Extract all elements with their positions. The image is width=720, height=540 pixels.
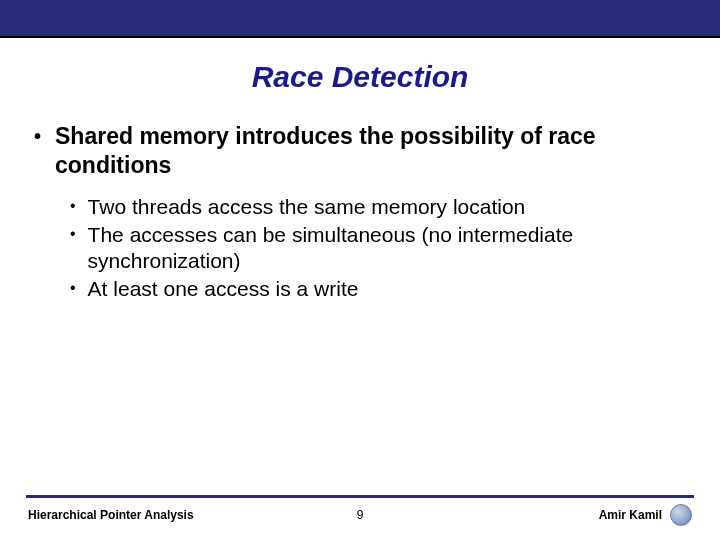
- sub-bullet-list: • Two threads access the same memory loc…: [34, 194, 686, 303]
- sub-bullet-text: The accesses can be simultaneous (no int…: [88, 222, 686, 275]
- header-bar: [0, 0, 720, 38]
- page-number: 9: [357, 508, 364, 522]
- sub-bullet: • Two threads access the same memory loc…: [70, 194, 686, 220]
- bullet-dot-icon: •: [70, 276, 76, 300]
- bullet-dot-icon: •: [70, 222, 76, 246]
- content-area: • Shared memory introduces the possibili…: [0, 94, 720, 303]
- footer: Hierarchical Pointer Analysis 9 Amir Kam…: [0, 495, 720, 526]
- sub-bullet: • The accesses can be simultaneous (no i…: [70, 222, 686, 275]
- bullet-dot-icon: •: [70, 194, 76, 218]
- bullet-dot-icon: •: [34, 122, 41, 150]
- seal-icon: [670, 504, 692, 526]
- author-name: Amir Kamil: [599, 508, 662, 522]
- footer-right: Amir Kamil: [599, 504, 692, 526]
- sub-bullet: • At least one access is a write: [70, 276, 686, 302]
- footer-divider: [26, 495, 694, 498]
- sub-bullet-text: At least one access is a write: [88, 276, 359, 302]
- slide-title: Race Detection: [0, 60, 720, 94]
- main-bullet: • Shared memory introduces the possibili…: [34, 122, 686, 180]
- footer-left-text: Hierarchical Pointer Analysis: [28, 508, 194, 522]
- footer-row: Hierarchical Pointer Analysis 9 Amir Kam…: [20, 504, 700, 526]
- sub-bullet-text: Two threads access the same memory locat…: [88, 194, 526, 220]
- slide: Race Detection • Shared memory introduce…: [0, 0, 720, 540]
- main-bullet-text: Shared memory introduces the possibility…: [55, 122, 686, 180]
